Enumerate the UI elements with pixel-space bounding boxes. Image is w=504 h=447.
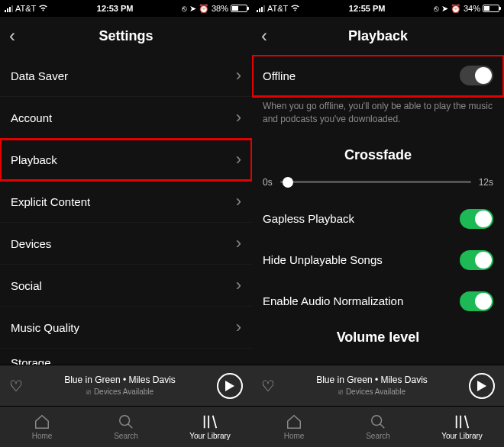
playback-settings[interactable]: Offline When you go offline, you'll only… — [252, 55, 504, 365]
location-icon: ➤ — [441, 4, 448, 14]
row-gapless[interactable]: Gapless Playback — [252, 198, 504, 240]
home-icon — [34, 413, 50, 430]
row-label: Enable Audio Normalization — [263, 294, 403, 307]
devices-icon: ⎚ — [338, 387, 343, 397]
devices-label: Devices Available — [346, 387, 405, 397]
row-hide-unplayable[interactable]: Hide Unplayable Songs — [252, 240, 504, 281]
artist-name: Miles Davis — [128, 375, 175, 385]
chevron-right-icon: › — [236, 319, 241, 336]
row-storage[interactable]: Storage — [0, 349, 252, 365]
tab-search[interactable]: Search — [336, 407, 420, 447]
row-label: Offline — [263, 69, 296, 82]
back-button[interactable]: ‹ — [9, 27, 15, 45]
row-devices[interactable]: Devices › — [0, 223, 252, 265]
alarm-icon: ⏰ — [451, 4, 461, 14]
now-playing-info[interactable]: Blue in Green • Miles Davis ⎚ Devices Av… — [316, 375, 428, 397]
crossfade-heading: Crossfade — [252, 137, 504, 177]
hide-unplayable-toggle[interactable] — [460, 250, 493, 270]
svg-point-0 — [120, 416, 130, 426]
row-label: Devices — [11, 237, 51, 250]
tab-library[interactable]: Your Library — [168, 407, 252, 447]
tab-label: Search — [366, 432, 390, 440]
location-icon: ➤ — [189, 4, 196, 14]
devices-icon: ⎚ — [86, 387, 91, 397]
offline-toggle[interactable] — [460, 66, 493, 85]
status-bar: AT&T 12:53 PM ⎋ ➤ ⏰ 38% — [0, 0, 252, 17]
row-music-quality[interactable]: Music Quality › — [0, 307, 252, 349]
home-icon — [286, 413, 302, 430]
offline-description: When you go offline, you'll only be able… — [252, 97, 504, 137]
row-label: Hide Unplayable Songs — [263, 253, 383, 266]
tab-home[interactable]: Home — [0, 407, 84, 447]
svg-line-1 — [128, 424, 133, 429]
chevron-right-icon: › — [236, 67, 241, 84]
slider-min: 0s — [263, 177, 273, 188]
back-button[interactable]: ‹ — [261, 27, 267, 45]
row-label: Gapless Playback — [263, 212, 354, 225]
header: ‹ Settings — [0, 17, 252, 55]
share-icon: ⎋ — [182, 4, 187, 13]
row-audio-normalization[interactable]: Enable Audio Normalization — [252, 281, 504, 322]
row-label: Music Quality — [11, 321, 79, 334]
carrier-label: AT&T — [15, 4, 36, 13]
library-icon — [202, 413, 218, 430]
tab-label: Your Library — [441, 432, 483, 440]
heart-icon[interactable]: ♡ — [9, 377, 23, 395]
settings-list[interactable]: Data Saver › Account › Playback › Explic… — [0, 55, 252, 365]
clock: 12:53 PM — [97, 4, 134, 13]
tab-bar: Home Search Your Library — [0, 406, 252, 447]
svg-line-3 — [380, 424, 385, 429]
row-label: Playback — [11, 153, 57, 166]
tab-label: Home — [284, 432, 305, 440]
alarm-icon: ⏰ — [199, 4, 209, 14]
tab-library[interactable]: Your Library — [420, 407, 504, 447]
chevron-right-icon: › — [236, 193, 241, 210]
search-icon — [118, 413, 134, 430]
tab-label: Home — [32, 432, 53, 440]
row-label: Storage — [11, 356, 51, 365]
track-name: Blue in Green — [64, 375, 120, 385]
row-label: Social — [11, 279, 42, 292]
page-title: Settings — [99, 28, 153, 44]
now-playing-bar[interactable]: ♡ Blue in Green • Miles Davis ⎚ Devices … — [252, 365, 504, 406]
play-button[interactable] — [469, 373, 495, 399]
tab-label: Search — [114, 432, 138, 440]
row-social[interactable]: Social › — [0, 265, 252, 307]
row-label: Account — [11, 111, 52, 124]
tab-search[interactable]: Search — [84, 407, 168, 447]
slider-thumb[interactable] — [283, 177, 293, 188]
row-label: Data Saver — [11, 69, 68, 82]
devices-label: Devices Available — [94, 387, 153, 397]
tab-home[interactable]: Home — [252, 407, 336, 447]
battery-icon — [231, 5, 247, 12]
row-label: Explicit Content — [11, 195, 90, 208]
wifi-icon — [38, 3, 48, 14]
chevron-right-icon: › — [236, 235, 241, 252]
track-name: Blue in Green — [316, 375, 372, 385]
row-explicit-content[interactable]: Explicit Content › — [0, 181, 252, 223]
audio-normalization-toggle[interactable] — [460, 291, 493, 311]
share-icon: ⎋ — [434, 4, 439, 13]
row-offline[interactable]: Offline — [252, 55, 504, 97]
row-data-saver[interactable]: Data Saver › — [0, 55, 252, 97]
chevron-right-icon: › — [236, 277, 241, 294]
battery-pct: 38% — [212, 4, 228, 13]
now-playing-info[interactable]: Blue in Green • Miles Davis ⎚ Devices Av… — [64, 375, 176, 397]
svg-point-2 — [372, 416, 382, 426]
chevron-right-icon: › — [236, 151, 241, 168]
signal-icon — [257, 5, 265, 12]
crossfade-slider[interactable] — [280, 181, 471, 183]
row-account[interactable]: Account › — [0, 97, 252, 139]
crossfade-slider-row: 0s 12s — [252, 177, 504, 198]
heart-icon[interactable]: ♡ — [261, 377, 275, 395]
slider-max: 12s — [479, 177, 493, 188]
tab-label: Your Library — [189, 432, 231, 440]
page-title: Playback — [348, 28, 408, 44]
play-button[interactable] — [217, 373, 243, 399]
right-screen: AT&T 12:55 PM ⎋ ➤ ⏰ 34% ‹ Playback Offli… — [252, 0, 504, 447]
tab-bar: Home Search Your Library — [252, 406, 504, 447]
gapless-toggle[interactable] — [460, 209, 493, 229]
row-playback[interactable]: Playback › — [0, 139, 252, 181]
battery-icon — [483, 5, 499, 12]
now-playing-bar[interactable]: ♡ Blue in Green • Miles Davis ⎚ Devices … — [0, 365, 252, 406]
